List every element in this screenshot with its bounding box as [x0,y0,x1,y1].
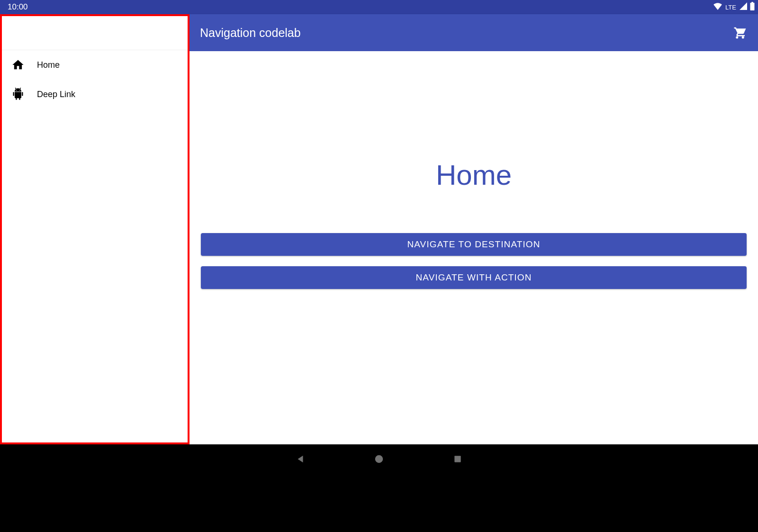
home-button[interactable] [373,453,385,465]
battery-icon [749,2,755,13]
content-area: Home NAVIGATE TO DESTINATION NAVIGATE WI… [190,51,758,444]
wifi-icon [713,2,722,12]
navigate-action-button[interactable]: NAVIGATE WITH ACTION [201,266,747,289]
svg-rect-1 [751,2,753,3]
svg-rect-9 [454,456,460,462]
cell-signal-icon [739,2,748,12]
drawer-item-label: Home [37,60,60,70]
drawer-item-home[interactable]: Home [2,50,188,80]
recents-button[interactable] [451,453,464,465]
main-pane: Navigation codelab Home NAVIGATE TO DEST… [190,14,758,444]
home-icon [11,58,25,72]
status-time: 10:00 [8,2,28,12]
svg-rect-6 [15,88,17,90]
status-indicators: LTE [713,2,755,13]
network-label: LTE [725,4,736,11]
app-window: Home Deep Link [0,14,758,444]
drawer-item-deeplink[interactable]: Deep Link [2,80,188,109]
svg-rect-7 [20,88,21,90]
svg-rect-0 [750,2,755,10]
app-bar: Navigation codelab [190,14,758,51]
svg-point-8 [375,455,383,463]
cart-icon[interactable] [732,25,748,40]
svg-point-3 [19,90,20,90]
svg-rect-4 [13,92,14,96]
device-frame: 10:00 LTE Home [0,0,758,532]
page-title: Home [436,159,512,191]
drawer-item-label: Deep Link [37,90,75,99]
back-button[interactable] [294,453,307,465]
navigation-drawer: Home Deep Link [0,14,190,444]
svg-point-2 [16,90,17,90]
status-bar: 10:00 LTE [0,0,758,14]
navigate-destination-button[interactable]: NAVIGATE TO DESTINATION [201,233,747,256]
android-icon [11,88,25,101]
svg-rect-5 [22,92,23,96]
drawer-header [2,16,188,50]
appbar-title: Navigation codelab [200,26,301,40]
system-navbar [0,444,758,474]
content-inner: Home NAVIGATE TO DESTINATION NAVIGATE WI… [190,159,758,299]
